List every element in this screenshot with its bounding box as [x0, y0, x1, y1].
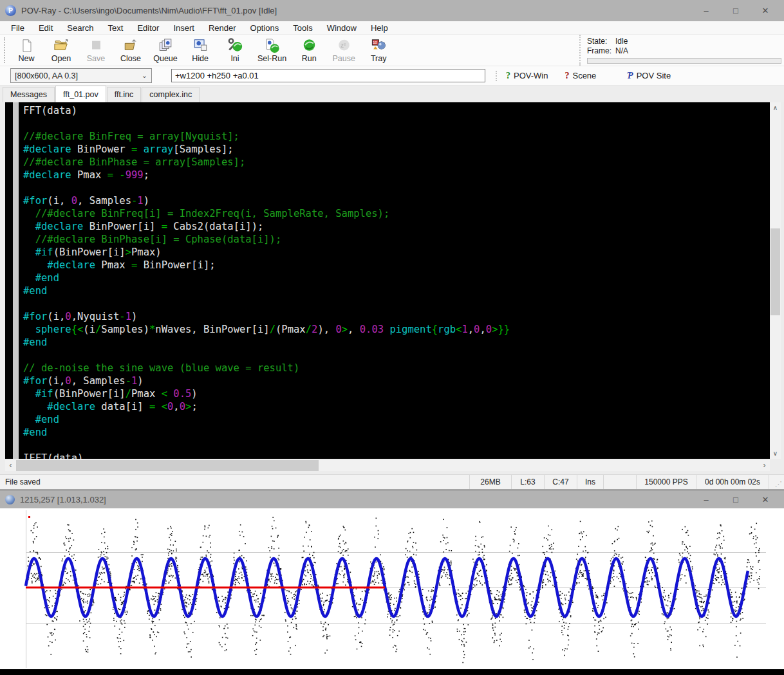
code-line: #for(i,0, Samples-1): [23, 374, 510, 387]
menu-item-editor[interactable]: Editor: [130, 22, 166, 34]
code-text: FFT(data) //#declare BinFreq = array[Nyq…: [23, 104, 510, 459]
new-file-icon: [19, 38, 35, 53]
menu-bar: FileEditSearchTextEditorInsertRenderOpti…: [0, 21, 784, 35]
code-line: #declare Pmax = BinPower[i];: [23, 259, 510, 272]
code-line: #end: [23, 272, 510, 284]
pov-flag-icon: Ƥ: [627, 71, 633, 81]
titlebar[interactable]: P POV-Ray - C:\Users\ingo\Documents\Nim\…: [0, 0, 784, 21]
render-window-title: 1215,257 [1.013,1.032]: [20, 495, 106, 504]
code-line: [23, 181, 510, 194]
editor-horizontal-scrollbar[interactable]: ‹ ›: [0, 459, 784, 472]
scroll-down-icon[interactable]: ∨: [770, 448, 781, 459]
editor-tab-bar: Messages fft_01.pov fft.inc complex.inc: [0, 86, 784, 102]
tab-fft-inc[interactable]: fft.inc: [107, 87, 142, 102]
pov-site-button[interactable]: ƤPOV Site: [627, 71, 671, 81]
sel-run-button[interactable]: Sel-Run: [252, 35, 292, 66]
editor-vertical-scrollbar[interactable]: ∧ ∨: [770, 102, 781, 459]
horizontal-scroll-track[interactable]: ‹ ›: [5, 460, 770, 471]
pov-win-label: POV-Win: [514, 71, 548, 80]
toolbar-label: Tray: [371, 54, 387, 63]
menu-item-tools[interactable]: Tools: [286, 22, 319, 34]
code-line: #if(BinPower[i]>Pmax): [23, 246, 510, 259]
toolbar-drag-handle[interactable]: [4, 37, 8, 63]
toolbar-label: Run: [302, 54, 317, 63]
help-links: ?POV-Win ?Scene ƤPOV Site: [496, 71, 687, 81]
command-row: [800x600, AA 0.3] ⌄ ?POV-Win ?Scene ƤPOV…: [0, 66, 784, 86]
queue-button[interactable]: Queue: [148, 35, 183, 66]
toolbar-label: Open: [51, 54, 71, 63]
pause-icon: z²: [336, 38, 352, 53]
question-icon: ?: [506, 71, 510, 81]
render-state-panel: State:Idle Frame:N/A: [579, 35, 784, 66]
horizontal-scroll-thumb[interactable]: [16, 460, 319, 471]
menu-item-help[interactable]: Help: [364, 22, 395, 34]
code-line: [23, 117, 510, 130]
minimize-button[interactable]: –: [693, 3, 720, 19]
question-icon: ?: [565, 71, 569, 81]
maximize-button[interactable]: □: [722, 492, 749, 508]
menu-item-text[interactable]: Text: [101, 22, 131, 34]
status-elapsed-time: 0d 00h 00m 02s: [696, 475, 769, 489]
menu-item-edit[interactable]: Edit: [32, 22, 60, 34]
menu-item-insert[interactable]: Insert: [166, 22, 201, 34]
svg-text:z²: z²: [341, 41, 346, 48]
code-line: #for(i,0,Nyquist-1): [23, 310, 510, 323]
scene-label: Scene: [572, 71, 596, 80]
status-line: L:63: [511, 475, 544, 489]
code-line: #declare BinPower[i] = Cabs2(data[i]);: [23, 220, 510, 233]
status-message: File saved: [0, 475, 469, 489]
hide-button[interactable]: Hide: [183, 35, 218, 66]
tab-messages[interactable]: Messages: [3, 87, 55, 102]
tab-complex-inc[interactable]: complex.inc: [142, 87, 200, 102]
scroll-up-icon[interactable]: ∧: [770, 102, 781, 113]
resolution-select[interactable]: [800x600, AA 0.3] ⌄: [10, 68, 152, 83]
menu-item-options[interactable]: Options: [243, 22, 286, 34]
render-output-image: [0, 508, 784, 669]
close-button[interactable]: ✕: [752, 492, 779, 508]
pov-site-label: POV Site: [637, 71, 671, 80]
code-editor[interactable]: FFT(data) //#declare BinFreq = array[Nyq…: [5, 102, 770, 459]
status-empty: [603, 475, 636, 489]
code-line: //#declare BinPhase = array[Samples];: [23, 156, 510, 169]
scroll-right-icon[interactable]: ›: [759, 460, 770, 471]
render-progress-bar: [587, 58, 781, 64]
scroll-left-icon[interactable]: ‹: [5, 460, 16, 471]
code-line: //#declare BinFreq[i] = Index2Freq(i, Sa…: [23, 207, 510, 220]
maximize-button[interactable]: □: [722, 3, 749, 19]
tray-button[interactable]: 10 Tray: [361, 35, 396, 66]
code-line: #end: [23, 284, 510, 297]
code-line: //#declare BinPhase[i] = Cphase(data[i])…: [23, 233, 510, 246]
ini-button[interactable]: Ini: [218, 35, 252, 66]
chevron-down-icon: ⌄: [142, 71, 147, 80]
menu-item-window[interactable]: Window: [320, 22, 364, 34]
resize-grip-icon[interactable]: ⋰: [769, 475, 784, 489]
pov-win-help-button[interactable]: ?POV-Win: [506, 71, 548, 81]
menu-item-search[interactable]: Search: [60, 22, 100, 34]
code-line: sphere{<(i/Samples)*nWaves, BinPower[i]/…: [23, 323, 510, 336]
menu-item-file[interactable]: File: [4, 22, 32, 34]
scene-help-button[interactable]: ?Scene: [565, 71, 596, 81]
status-memory: 26MB: [469, 475, 511, 489]
command-line-input[interactable]: [171, 69, 485, 82]
povray-logo-icon: P: [5, 5, 16, 16]
resolution-value: [800x600, AA 0.3]: [15, 71, 78, 80]
code-line: IFFT(data): [23, 452, 510, 459]
tab-fft-01-pov[interactable]: fft_01.pov: [55, 86, 106, 102]
vertical-scroll-thumb[interactable]: [770, 228, 780, 315]
status-column: C:47: [544, 475, 577, 489]
code-line: [23, 349, 510, 362]
close-file-button[interactable]: Close: [113, 35, 148, 66]
minimize-button[interactable]: –: [693, 492, 720, 508]
window-controls: – □ ✕: [693, 3, 779, 19]
queue-icon: [158, 38, 174, 53]
menu-item-render[interactable]: Render: [201, 22, 243, 34]
save-button: Save: [79, 35, 113, 66]
new-button[interactable]: New: [9, 35, 44, 66]
close-button[interactable]: ✕: [752, 3, 779, 19]
save-icon: [88, 38, 104, 53]
toolbar-label: Close: [120, 54, 141, 63]
open-folder-icon: [53, 38, 70, 53]
render-window-titlebar[interactable]: 1215,257 [1.013,1.032] – □ ✕: [0, 491, 784, 508]
run-button[interactable]: Run: [292, 35, 326, 66]
open-button[interactable]: Open: [44, 35, 79, 66]
